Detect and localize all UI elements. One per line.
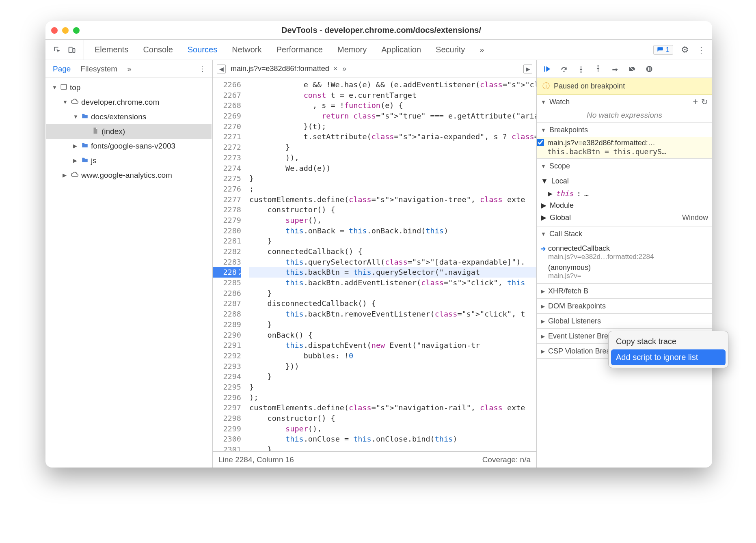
code-content[interactable]: e && !We.has(e) && (e.addEventListener(c… xyxy=(245,78,536,451)
code-line[interactable]: } xyxy=(249,371,536,382)
code-line[interactable]: this.backBtn = this.querySelector(".navi… xyxy=(249,267,536,278)
line-number[interactable]: 2291 xyxy=(213,340,241,351)
scope-this[interactable]: ▶this: … xyxy=(537,187,712,199)
call-stack-header[interactable]: ▼Call Stack xyxy=(537,226,712,241)
line-number[interactable]: 2290 xyxy=(213,330,241,340)
step-icon[interactable] xyxy=(611,65,620,73)
line-number[interactable]: 2300 xyxy=(213,434,241,444)
line-number[interactable]: 2278 xyxy=(213,205,241,215)
line-number[interactable]: 2288 xyxy=(213,309,241,319)
line-number[interactable]: 2294 xyxy=(213,371,241,382)
line-number[interactable]: 2289 xyxy=(213,319,241,330)
code-editor[interactable]: 2266226722682269227022712272227322742275… xyxy=(213,78,536,451)
code-line[interactable]: customElements.define(class="s">"navigat… xyxy=(249,403,536,413)
stack-frame[interactable]: connectedCallbackmain.js?v=e382d…formatt… xyxy=(537,243,712,262)
resume-icon[interactable] xyxy=(542,65,551,73)
code-line[interactable]: }(t); xyxy=(249,121,536,132)
code-line[interactable]: this.backBtn.removeEventListener(class="… xyxy=(249,309,536,319)
code-line[interactable]: } xyxy=(249,142,536,153)
tab-network[interactable]: Network xyxy=(232,45,261,54)
tree-frame[interactable]: ▼top xyxy=(46,80,212,95)
code-line[interactable]: })) xyxy=(249,361,536,372)
device-toolbar-icon[interactable] xyxy=(67,45,76,54)
issues-badge[interactable]: 1 xyxy=(653,45,673,55)
tree-folder[interactable]: ▶js xyxy=(46,153,212,168)
editor-overflow-icon[interactable]: » xyxy=(342,65,346,73)
tree-folder[interactable]: ▶fonts/google-sans-v2003 xyxy=(46,139,212,153)
line-number[interactable]: 2287 xyxy=(213,298,241,309)
code-line[interactable]: , s = !function(e) { xyxy=(249,100,536,111)
line-number[interactable]: 2272 xyxy=(213,142,241,153)
tab-elements[interactable]: Elements xyxy=(95,45,128,54)
line-number[interactable]: 2275 xyxy=(213,173,241,184)
disclosure-icon[interactable]: ▼ xyxy=(73,114,79,120)
breakpoint-checkbox[interactable] xyxy=(537,139,544,146)
editor-tab[interactable]: main.js?v=e382d86f:formatted × xyxy=(231,65,337,73)
line-number[interactable]: 2284 xyxy=(213,267,241,278)
tab-console[interactable]: Console xyxy=(143,45,173,54)
watch-header[interactable]: ▼Watch + ↻ xyxy=(537,95,712,109)
tab-page[interactable]: Page xyxy=(53,65,71,73)
line-number[interactable]: 2274 xyxy=(213,163,241,174)
code-line[interactable]: this.onBack = this.onBack.bind(this) xyxy=(249,226,536,236)
tree-cloud[interactable]: ▶www.google-analytics.com xyxy=(46,168,212,183)
scope-global[interactable]: ▶GlobalWindow xyxy=(537,211,712,224)
line-number[interactable]: 2267 xyxy=(213,90,241,101)
refresh-watch-icon[interactable]: ↻ xyxy=(701,97,708,107)
section-header[interactable]: ▶XHR/fetch B xyxy=(537,284,712,298)
line-number[interactable]: 2277 xyxy=(213,194,241,205)
code-line[interactable]: ); xyxy=(249,392,536,403)
line-number[interactable]: 2268 xyxy=(213,100,241,111)
tab-filesystem[interactable]: Filesystem xyxy=(80,65,117,73)
code-line[interactable]: )), xyxy=(249,153,536,163)
breakpoint-item[interactable]: main.js?v=e382d86f:formatted:… this.back… xyxy=(537,137,712,158)
scope-local[interactable]: ▼Local xyxy=(537,175,712,187)
line-number[interactable]: 2301 xyxy=(213,444,241,451)
tree-file[interactable]: (index) xyxy=(46,124,212,139)
line-number[interactable]: 2297 xyxy=(213,403,241,413)
line-number[interactable]: 2273 xyxy=(213,153,241,163)
line-number[interactable]: 2280 xyxy=(213,226,241,236)
inspect-element-icon[interactable] xyxy=(53,45,62,54)
deactivate-breakpoints-icon[interactable] xyxy=(628,65,637,73)
tab-memory[interactable]: Memory xyxy=(337,45,367,54)
zoom-icon[interactable] xyxy=(73,27,80,34)
tab-security[interactable]: Security xyxy=(436,45,465,54)
file-tree[interactable]: ▼top▼developer.chrome.com▼docs/extension… xyxy=(45,78,212,468)
line-number[interactable]: 2266 xyxy=(213,80,241,90)
code-line[interactable]: this.onClose = this.onClose.bind(this) xyxy=(249,434,536,444)
code-line[interactable]: } xyxy=(249,319,536,330)
code-line[interactable]: } xyxy=(249,382,536,392)
code-line[interactable]: } xyxy=(249,236,536,246)
line-number[interactable]: 2298 xyxy=(213,413,241,424)
nav-forward-icon[interactable]: ▶ xyxy=(523,65,532,73)
tab-sources[interactable]: Sources xyxy=(188,45,217,54)
code-line[interactable]: t.setAttribute(class="s">"aria-expanded"… xyxy=(249,131,536,142)
menu-copy-stack-trace[interactable]: Copy stack trace xyxy=(611,334,726,349)
code-line[interactable]: const t = e.currentTarget xyxy=(249,90,536,101)
line-number[interactable]: 2292 xyxy=(213,351,241,361)
code-line[interactable]: ; xyxy=(249,184,536,194)
code-line[interactable]: onBack() { xyxy=(249,330,536,340)
nav-back-icon[interactable]: ◀ xyxy=(217,65,226,73)
code-line[interactable]: constructor() { xyxy=(249,413,536,424)
close-tab-icon[interactable]: × xyxy=(333,65,338,73)
line-number[interactable]: 2295 xyxy=(213,382,241,392)
line-number[interactable]: 2282 xyxy=(213,246,241,257)
step-into-icon[interactable] xyxy=(577,65,585,73)
code-line[interactable]: e && !We.has(e) && (e.addEventListener(c… xyxy=(249,80,536,90)
tab-application[interactable]: Application xyxy=(381,45,421,54)
code-line[interactable]: } xyxy=(249,173,536,184)
line-number[interactable]: 2281 xyxy=(213,236,241,246)
pause-exceptions-icon[interactable] xyxy=(645,65,654,73)
code-line[interactable]: connectedCallback() { xyxy=(249,246,536,257)
disclosure-icon[interactable]: ▶ xyxy=(73,143,79,149)
code-line[interactable]: We.add(e)) xyxy=(249,163,536,174)
line-number[interactable]: 2285 xyxy=(213,278,241,288)
code-line[interactable]: this.querySelectorAll(class="s">"[data-e… xyxy=(249,257,536,267)
minimize-icon[interactable] xyxy=(62,27,69,34)
code-line[interactable]: customElements.define(class="s">"navigat… xyxy=(249,194,536,205)
line-number[interactable]: 2279 xyxy=(213,215,241,226)
section-header[interactable]: ▶DOM Breakpoints xyxy=(537,299,712,313)
line-number[interactable]: 2283 xyxy=(213,257,241,267)
